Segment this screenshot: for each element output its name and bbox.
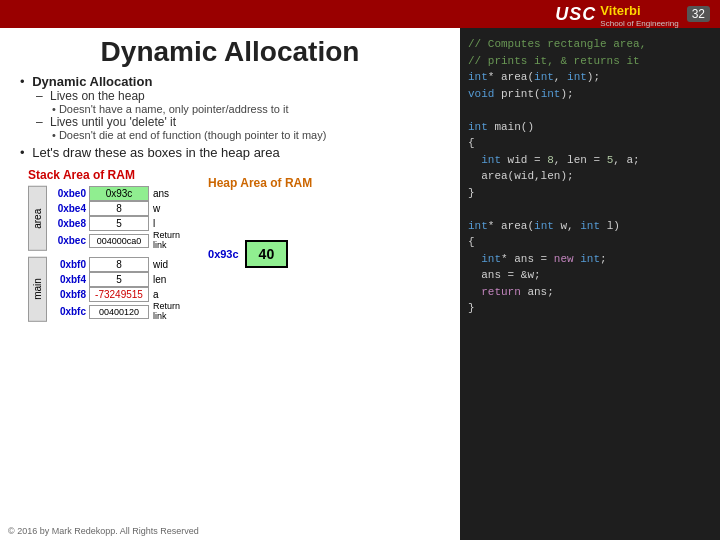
heap-value-box: 40	[245, 240, 289, 268]
code-line: }	[468, 300, 712, 317]
copyright: © 2016 by Mark Redekopp. All Rights Rese…	[8, 526, 199, 536]
code-line: // prints it, & returns it	[468, 53, 712, 70]
page-title: Dynamic Allocation	[12, 36, 448, 68]
code-line: {	[468, 234, 712, 251]
code-line: }	[468, 185, 712, 202]
code-line: int* ans = new int;	[468, 251, 712, 268]
table-row: 0xbf4 5 len	[47, 272, 180, 287]
addr-0xbf0: 0xbf0	[47, 259, 89, 270]
name-return-link-main: Returnlink	[149, 302, 180, 322]
page-number: 32	[687, 6, 710, 22]
code-line: {	[468, 135, 712, 152]
heap-header: Heap Area of RAM	[208, 176, 312, 190]
table-row: 0xbf8 -73249515 a	[47, 287, 180, 302]
sub-sub-no-die: Doesn't die at end of function (though p…	[52, 129, 448, 141]
val-return-link-main: 00400120	[89, 305, 149, 319]
main-content: Dynamic Allocation • Dynamic Allocation …	[0, 28, 720, 540]
header-bar: USC Viterbi School of Engineering 32	[0, 0, 720, 28]
code-block: // Computes rectangle area, // prints it…	[468, 36, 712, 317]
addr-0xbf4: 0xbf4	[47, 274, 89, 285]
code-line: int* area(int, int);	[468, 69, 712, 86]
table-row: 0xbfc 00400120 Returnlink	[47, 302, 180, 322]
table-row: 0xbf0 8 wid	[47, 257, 180, 272]
table-row: 0xbec 004000ca0 Returnlink	[47, 231, 180, 251]
left-panel: Dynamic Allocation • Dynamic Allocation …	[0, 28, 460, 540]
main-stack-group: main 0xbf0 8 wid 0xbf4 5	[28, 257, 180, 322]
right-panel: // Computes rectangle area, // prints it…	[460, 28, 720, 540]
heap-addr: 0x93c	[208, 248, 239, 260]
code-line: void print(int);	[468, 86, 712, 103]
addr-0xbec: 0xbec	[47, 235, 89, 246]
val-8-main: 8	[89, 257, 149, 272]
usc-logo: USC Viterbi School of Engineering	[555, 1, 678, 28]
val-5-main: 5	[89, 272, 149, 287]
name-return-link-area: Returnlink	[149, 231, 180, 251]
area-label: area	[28, 186, 47, 251]
stack-area: Stack Area of RAM area 0xbe0 0x93c ans	[28, 168, 180, 322]
name-w: w	[149, 203, 160, 214]
addr-0xbe8: 0xbe8	[47, 218, 89, 229]
code-line: area(wid,len);	[468, 168, 712, 185]
viterbi-branding: Viterbi School of Engineering	[600, 1, 678, 28]
table-row: 0xbe4 8 w	[47, 201, 180, 216]
code-line	[468, 201, 712, 218]
addr-0xbe4: 0xbe4	[47, 203, 89, 214]
val-8-area: 8	[89, 201, 149, 216]
stack-header: Stack Area of RAM	[28, 168, 180, 182]
code-line: int* area(int w, int l)	[468, 218, 712, 235]
val-5-area: 5	[89, 216, 149, 231]
addr-0xbfc: 0xbfc	[47, 306, 89, 317]
area-rows: 0xbe0 0x93c ans 0xbe4 8 w	[47, 186, 180, 251]
memory-section: Stack Area of RAM area 0xbe0 0x93c ans	[12, 168, 448, 322]
code-line	[468, 102, 712, 119]
area-stack-group: area 0xbe0 0x93c ans 0xbe4	[28, 186, 180, 251]
table-row: 0xbe8 5 l	[47, 216, 180, 231]
name-wid: wid	[149, 259, 168, 270]
code-line: // Computes rectangle area,	[468, 36, 712, 53]
val-return-link-area: 004000ca0	[89, 234, 149, 248]
name-len: len	[149, 274, 166, 285]
sub-sub-no-name: Doesn't have a name, only pointer/addres…	[52, 103, 448, 115]
val-negative: -73249515	[89, 287, 149, 302]
heap-box-row: 0x93c 40	[208, 240, 312, 268]
code-line: return ans;	[468, 284, 712, 301]
sub-lives-on-heap: – Lives on the heap	[36, 89, 448, 103]
code-line: ans = &w;	[468, 267, 712, 284]
name-ans: ans	[149, 188, 169, 199]
school-text: School of Engineering	[600, 19, 678, 28]
heap-area: Heap Area of RAM 0x93c 40	[208, 176, 312, 268]
name-l: l	[149, 218, 155, 229]
usc-logo-text: USC	[555, 4, 596, 25]
table-row: 0xbe0 0x93c ans	[47, 186, 180, 201]
name-a: a	[149, 289, 159, 300]
code-line: int wid = 8, len = 5, a;	[468, 152, 712, 169]
code-line: int main()	[468, 119, 712, 136]
addr-0xbf8: 0xbf8	[47, 289, 89, 300]
main-label: main	[28, 257, 47, 322]
main-rows: 0xbf0 8 wid 0xbf4 5 len	[47, 257, 180, 322]
bullet-label: Dynamic Allocation	[32, 74, 152, 89]
bullet-dynamic-allocation: • Dynamic Allocation	[20, 74, 448, 89]
sub-lives-until-delete: – Lives until you 'delete' it	[36, 115, 448, 129]
bullet-draw-boxes: • Let's draw these as boxes in the heap …	[20, 145, 448, 160]
val-0x93c: 0x93c	[89, 186, 149, 201]
addr-0xbe0: 0xbe0	[47, 188, 89, 199]
viterbi-text: Viterbi	[600, 3, 640, 18]
